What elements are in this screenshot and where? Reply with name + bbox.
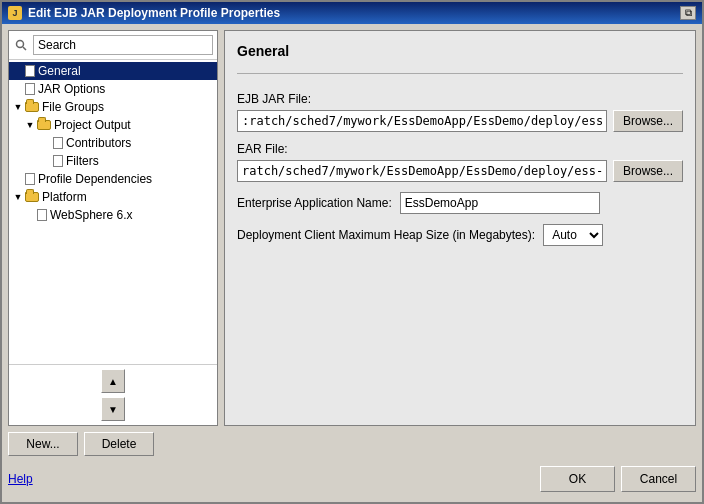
footer-right: OK Cancel (540, 466, 696, 492)
page-icon (25, 83, 35, 95)
collapse-arrow-platform: ▼ (13, 192, 23, 202)
ejb-jar-browse-button[interactable]: Browse... (613, 110, 683, 132)
tree-label-platform: Platform (42, 190, 87, 204)
tree-item-platform[interactable]: ▼ Platform (9, 188, 217, 206)
heap-size-select[interactable]: Auto 128 256 512 (543, 224, 603, 246)
folder-icon-project-output (37, 120, 51, 130)
tree-item-jar-options[interactable]: JAR Options (9, 80, 217, 98)
no-arrow (13, 174, 23, 184)
ear-input[interactable] (237, 160, 607, 182)
tree-label-contributors: Contributors (66, 136, 131, 150)
title-bar-left: J Edit EJB JAR Deployment Profile Proper… (8, 6, 280, 20)
help-button[interactable]: Help (8, 472, 33, 486)
tree-item-file-groups[interactable]: ▼ File Groups (9, 98, 217, 116)
no-arrow (13, 84, 23, 94)
tree-item-project-output[interactable]: ▼ Project Output (9, 116, 217, 134)
move-up-button[interactable]: ▲ (101, 369, 125, 393)
folder-icon-platform (25, 192, 39, 202)
no-arrow (25, 210, 35, 220)
heap-size-label: Deployment Client Maximum Heap Size (in … (237, 228, 535, 242)
page-icon (53, 137, 63, 149)
ear-field-group: EAR File: Browse... (237, 142, 683, 182)
ejb-jar-row: Browse... (237, 110, 683, 132)
page-icon (25, 65, 35, 77)
no-arrow (13, 66, 23, 76)
window-title: Edit EJB JAR Deployment Profile Properti… (28, 6, 280, 20)
title-bar: J Edit EJB JAR Deployment Profile Proper… (2, 2, 702, 24)
tree-label-profile-deps: Profile Dependencies (38, 172, 152, 186)
divider (237, 73, 683, 74)
tree-label-filters: Filters (66, 154, 99, 168)
page-icon (53, 155, 63, 167)
new-button[interactable]: New... (8, 432, 78, 456)
ejb-jar-field-group: EJB JAR File: Browse... (237, 92, 683, 132)
svg-point-0 (17, 41, 24, 48)
ok-button[interactable]: OK (540, 466, 615, 492)
page-icon (25, 173, 35, 185)
left-panel: General JAR Options ▼ File Groups (8, 30, 218, 426)
search-input[interactable] (33, 35, 213, 55)
collapse-arrow-file-groups: ▼ (13, 102, 23, 112)
svg-line-1 (23, 47, 26, 50)
window-icon: J (8, 6, 22, 20)
window-body: General JAR Options ▼ File Groups (2, 24, 702, 502)
main-content: General JAR Options ▼ File Groups (8, 30, 696, 426)
footer: Help OK Cancel (8, 462, 696, 496)
tree-item-websphere[interactable]: WebSphere 6.x (9, 206, 217, 224)
search-icon (13, 37, 29, 53)
tree-item-general[interactable]: General (9, 62, 217, 80)
ejb-jar-label: EJB JAR File: (237, 92, 683, 106)
tree-item-profile-deps[interactable]: Profile Dependencies (9, 170, 217, 188)
delete-button[interactable]: Delete (84, 432, 154, 456)
ear-label: EAR File: (237, 142, 683, 156)
navigation-tree: General JAR Options ▼ File Groups (9, 60, 217, 364)
enterprise-app-field: Enterprise Application Name: (237, 192, 683, 214)
tree-item-contributors[interactable]: Contributors (9, 134, 217, 152)
search-bar (9, 31, 217, 60)
restore-button[interactable]: ⧉ (680, 6, 696, 20)
ear-row: Browse... (237, 160, 683, 182)
right-panel: General EJB JAR File: Browse... EAR File… (224, 30, 696, 426)
cancel-button[interactable]: Cancel (621, 466, 696, 492)
main-window: J Edit EJB JAR Deployment Profile Proper… (0, 0, 704, 504)
enterprise-app-input[interactable] (400, 192, 600, 214)
no-arrow (41, 156, 51, 166)
tree-item-filters[interactable]: Filters (9, 152, 217, 170)
page-icon (37, 209, 47, 221)
folder-icon-file-groups (25, 102, 39, 112)
tree-label-file-groups: File Groups (42, 100, 104, 114)
ear-browse-button[interactable]: Browse... (613, 160, 683, 182)
tree-label-general: General (38, 64, 81, 78)
no-arrow (41, 138, 51, 148)
enterprise-app-label: Enterprise Application Name: (237, 196, 392, 210)
ejb-jar-input[interactable] (237, 110, 607, 132)
tree-label-jar-options: JAR Options (38, 82, 105, 96)
tree-label-project-output: Project Output (54, 118, 131, 132)
collapse-arrow-project-output: ▼ (25, 120, 35, 130)
nav-buttons-area: ▲ ▼ (9, 364, 217, 425)
tree-label-websphere: WebSphere 6.x (50, 208, 133, 222)
move-down-button[interactable]: ▼ (101, 397, 125, 421)
panel-title: General (237, 43, 683, 59)
heap-size-row: Deployment Client Maximum Heap Size (in … (237, 224, 683, 246)
bottom-action-buttons: New... Delete (8, 432, 218, 456)
